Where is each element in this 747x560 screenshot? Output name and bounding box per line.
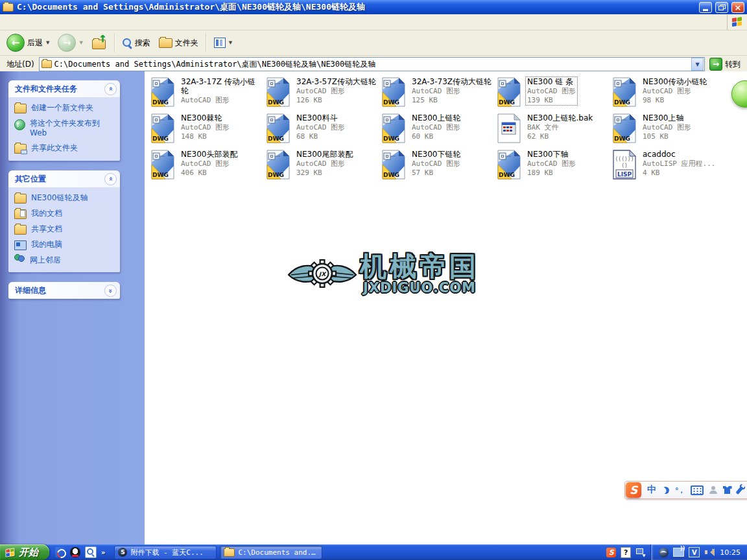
file-tile[interactable]: DWG ((())) ()	[611, 76, 727, 113]
file-tile[interactable]: DWG ((())) ()	[611, 113, 727, 149]
views-button[interactable]: ▼	[211, 36, 235, 49]
folders-button[interactable]: 文件夹	[156, 36, 201, 50]
sidebar-task-item[interactable]: 将这个文件夹发布到 Web	[14, 119, 116, 138]
go-button[interactable]: → 转到	[705, 58, 745, 71]
restore-button[interactable]	[715, 2, 728, 13]
file-tile[interactable]: DWG ((())) ()	[150, 113, 265, 149]
back-dropdown-icon[interactable]: ▼	[46, 40, 49, 45]
file-tile[interactable]: DWG ((())) ()	[381, 76, 496, 113]
quick-launch-search-icon[interactable]	[85, 546, 97, 558]
up-button[interactable]: ↑	[89, 34, 110, 51]
tray-clock[interactable]: 10:25	[720, 548, 741, 557]
svg-text:DWG: DWG	[383, 172, 399, 178]
views-dropdown-icon[interactable]: ▼	[229, 40, 232, 45]
collapse-panel-button[interactable]: »	[104, 83, 117, 95]
svg-text:DWG: DWG	[383, 99, 399, 106]
ime-account-icon[interactable]	[709, 486, 717, 494]
file-type-icon: DWG ((())) ()	[612, 77, 637, 107]
network-monitor-tray-icon[interactable]	[673, 548, 684, 557]
menu-item[interactable]	[67, 20, 80, 24]
ime-skin-icon[interactable]	[723, 486, 732, 494]
forward-button[interactable]: → ▼	[55, 32, 85, 53]
go-label: 转到	[725, 59, 741, 70]
ime-language-toggle[interactable]: 中	[647, 484, 656, 496]
sidebar-place-item[interactable]: 我的电脑	[14, 240, 116, 250]
v-app-tray-icon[interactable]: V	[689, 547, 700, 557]
place-item-icon	[14, 240, 27, 250]
quick-launch-more-chevron[interactable]: »	[101, 549, 105, 556]
file-tasks-panel-title: 文件和文件夹任务	[15, 84, 77, 95]
sidebar-place-item[interactable]: NE300链轮及轴	[14, 193, 116, 204]
winged-gear-logo-icon: JX	[286, 253, 359, 296]
address-input[interactable]: C:\Documents and Settings\Administrator\…	[39, 57, 705, 71]
quick-launch-app-icon[interactable]	[55, 547, 65, 557]
file-tile[interactable]: DWG ((())) ()	[496, 76, 611, 113]
file-tile[interactable]: DWG ((())) ()	[381, 149, 496, 185]
task-buttons: S 附件下载 - 蓝天C... C:\Documents and...	[111, 546, 322, 559]
sidebar-place-item[interactable]: 共享文档	[14, 224, 116, 235]
hide-icons-chevron-icon[interactable]	[635, 548, 645, 557]
file-type-icon: DWG ((())) ()	[497, 150, 521, 180]
sidebar-place-item[interactable]: 网上邻居	[14, 255, 116, 265]
sidebar-task-item[interactable]: 创建一个新文件夹	[14, 103, 116, 113]
menu-item[interactable]	[29, 20, 42, 24]
file-size: 60 KB	[412, 132, 460, 141]
qq-icon[interactable]	[70, 547, 80, 557]
watermark-title: 机械帝国	[360, 253, 479, 280]
file-type-icon: DWG ((())) ()	[266, 113, 290, 143]
svg-text:DWG: DWG	[152, 172, 169, 178]
file-name: NE300尾部装配	[296, 150, 353, 159]
close-button[interactable]: ×	[731, 2, 744, 13]
place-item-label: 我的文档	[31, 209, 62, 218]
start-button[interactable]: 开始	[0, 544, 49, 560]
dwg-file-icon: DWG	[497, 77, 521, 107]
minimize-button[interactable]	[699, 2, 712, 13]
file-tile[interactable]: DWG ((())) ()	[150, 76, 265, 113]
sidebar-task-item[interactable]: 共享此文件夹	[14, 143, 116, 154]
other-places-panel-header[interactable]: 其它位置 »	[8, 170, 120, 187]
sogou-tray-icon[interactable]: S	[606, 548, 616, 557]
menu-item[interactable]	[54, 20, 67, 24]
help-tray-icon[interactable]: ?	[621, 547, 631, 558]
file-tile[interactable]: DWG ((())) ()	[150, 149, 265, 185]
file-tile[interactable]: DWG ((())) ()	[265, 149, 381, 185]
expand-panel-button[interactable]: »	[104, 285, 117, 297]
ime-settings-wrench-icon[interactable]	[735, 485, 743, 494]
file-tile[interactable]: DWG ((())) ()	[496, 149, 611, 185]
collapse-panel-button[interactable]: »	[104, 173, 117, 185]
svg-text:DWG: DWG	[614, 135, 630, 142]
menu-item[interactable]	[42, 20, 54, 24]
file-type: AutoCAD 图形	[412, 159, 460, 169]
taskbar-window-button[interactable]: C:\Documents and...	[220, 546, 322, 559]
sogou-logo-icon[interactable]: S	[626, 482, 641, 498]
details-panel-header[interactable]: 详细信息 »	[8, 282, 120, 299]
folders-label: 文件夹	[175, 38, 198, 49]
menu-item[interactable]	[3, 20, 16, 24]
volume-tray-icon[interactable]: )	[704, 548, 714, 557]
svg-text:DWG: DWG	[614, 99, 630, 106]
file-type: BAK 文件	[527, 123, 593, 132]
back-button[interactable]: ← 后退 ▼	[4, 32, 52, 53]
taskbar-window-label: C:\Documents and...	[238, 548, 318, 557]
file-tile[interactable]: DWG ((())) ()	[496, 113, 611, 149]
ime-soft-keyboard-icon[interactable]	[691, 485, 704, 495]
sidebar-place-item[interactable]: 我的文档	[14, 209, 116, 219]
file-tile[interactable]: DWG ((())) ()	[265, 76, 381, 113]
forward-dropdown-icon[interactable]: ▼	[79, 40, 82, 45]
search-button[interactable]: 搜索	[120, 36, 153, 50]
menu-item[interactable]	[16, 20, 29, 24]
task-pane-sidebar: 文件和文件夹任务 » 创建一个新文件夹 将这个文件夹发布到 Web 共享此文件夹…	[0, 71, 145, 544]
file-tasks-panel-header[interactable]: 文件和文件夹任务 »	[8, 80, 120, 97]
taskbar-window-button[interactable]: S 附件下载 - 蓝天C...	[114, 546, 217, 559]
ime-fullwidth-moon-icon[interactable]	[661, 485, 670, 495]
globe-tray-icon[interactable]	[659, 548, 669, 557]
file-tile[interactable]: DWG ((())) ()	[381, 113, 496, 149]
address-dropdown-button[interactable]: ▼	[691, 58, 704, 71]
ime-punctuation-toggle[interactable]: °，	[675, 485, 685, 495]
file-list-area[interactable]: DWG ((())) ()	[145, 71, 747, 544]
file-tile[interactable]: DWG ((())) ()	[265, 113, 381, 149]
browser-window-icon: S	[118, 548, 127, 557]
svg-text:DWG: DWG	[152, 99, 169, 106]
file-tile[interactable]: DWG ((())) ()	[611, 149, 727, 185]
explorer-body: 文件和文件夹任务 » 创建一个新文件夹 将这个文件夹发布到 Web 共享此文件夹…	[0, 71, 747, 544]
